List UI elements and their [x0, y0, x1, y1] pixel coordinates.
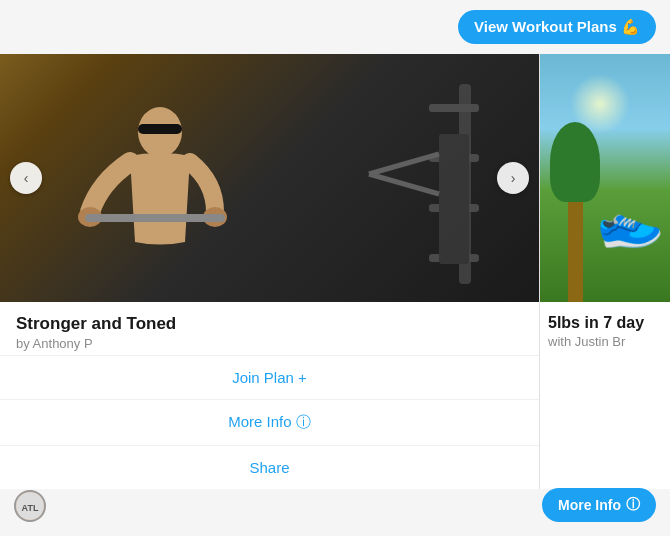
svg-line-6 [369, 174, 439, 194]
svg-rect-1 [429, 104, 479, 112]
share-button[interactable]: Share [0, 446, 539, 489]
person-silhouette-icon [60, 102, 260, 302]
avatar-inner: ATL [16, 492, 44, 520]
card-2-title: 5lbs in 7 day [548, 314, 662, 332]
tree-top [550, 122, 600, 202]
card-2-info: 5lbs in 7 day with Justin Br [540, 302, 670, 353]
card-2-subtitle: with Justin Br [548, 334, 662, 349]
svg-text:ATL: ATL [22, 503, 39, 513]
more-info-button[interactable]: More Info ⓘ [0, 400, 539, 446]
avatar[interactable]: ATL [14, 490, 46, 522]
top-bar: View Workout Plans 💪 [0, 0, 670, 54]
carousel-prev-button[interactable]: ‹ [10, 162, 42, 194]
svg-rect-12 [85, 214, 225, 222]
card-2: 👟 5lbs in 7 day with Justin Br [540, 54, 670, 489]
floating-more-info-button[interactable]: More Info ⓘ [542, 488, 656, 522]
join-plan-button[interactable]: Join Plan + [0, 356, 539, 400]
gym-background [0, 54, 539, 302]
view-workout-button[interactable]: View Workout Plans 💪 [458, 10, 656, 44]
card-1-title: Stronger and Toned [16, 314, 523, 334]
card-2-image: 👟 [540, 54, 670, 302]
card-1-actions: Join Plan + More Info ⓘ Share [0, 356, 539, 489]
card-1-info: Stronger and Toned by Anthony P [0, 302, 539, 356]
svg-rect-5 [439, 134, 469, 264]
svg-rect-9 [138, 124, 182, 134]
floating-more-info-label: More Info [558, 497, 621, 513]
avatar-logo: ATL [16, 492, 44, 520]
svg-line-7 [369, 154, 439, 174]
cards-wrapper: ‹ › Stronger and Toned by Anthony P Join… [0, 54, 670, 489]
card-1-image: ‹ › [0, 54, 539, 302]
card-1: ‹ › Stronger and Toned by Anthony P Join… [0, 54, 540, 489]
carousel-next-button[interactable]: › [497, 162, 529, 194]
floating-more-info-icon: ⓘ [626, 496, 640, 514]
card-1-subtitle: by Anthony P [16, 336, 523, 351]
outdoor-background: 👟 [540, 54, 670, 302]
tree-trunk [568, 202, 583, 302]
